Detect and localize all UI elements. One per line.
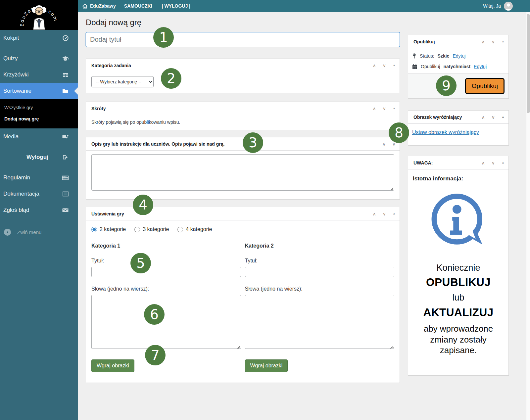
radio-4-kategorie-input[interactable]	[177, 227, 183, 232]
radio-4-kategorie[interactable]: 4 kategorie	[177, 226, 212, 232]
edit-schedule-link[interactable]: Edytuj	[474, 64, 487, 69]
game-title-input[interactable]	[86, 32, 400, 47]
home-icon[interactable]	[82, 3, 88, 9]
sidebar-item-label: Quizy	[3, 55, 18, 62]
upload-images-button-2[interactable]: Wgraj obrazki	[245, 359, 288, 372]
sidebar-item-regulamin[interactable]: Regulamin	[0, 169, 78, 186]
step-badge-2: 2	[161, 68, 181, 89]
upload-images-button-1[interactable]: Wgraj obrazki	[91, 359, 134, 372]
category-1-title-input[interactable]	[91, 267, 241, 277]
move-down-button[interactable]: ∨	[383, 63, 386, 68]
scrollbar-track[interactable]	[526, 12, 530, 420]
status-label: Status:	[420, 53, 434, 59]
move-up-button[interactable]: ∧	[373, 211, 376, 216]
step-badge-9: 9	[436, 75, 457, 96]
sidebar-item-kokpit[interactable]: Kokpit	[0, 30, 78, 46]
move-up-button[interactable]: ∧	[482, 115, 485, 119]
collapse-menu-button[interactable]: Zwiń menu	[0, 224, 78, 240]
move-up-button[interactable]: ∧	[482, 39, 485, 44]
topbar-brand-link[interactable]: EduZabawy	[90, 3, 116, 9]
panel-kategoria-zadania: Kategoria zadania ∧ ∨ ▲ -- Wybierz kateg…	[86, 59, 400, 93]
keyboard-icon	[62, 174, 69, 181]
move-up-button[interactable]: ∧	[382, 142, 386, 146]
sidebar-item-dokumentacja[interactable]: Dokumentacja	[0, 186, 78, 202]
schedule-label: Opublikuj	[421, 64, 440, 69]
panel-header: Skróty ∧ ∨ ▲	[86, 102, 400, 115]
toggle-panel-button[interactable]: ▲	[393, 107, 396, 110]
toggle-panel-button[interactable]: ▲	[502, 40, 505, 43]
panel-title: Skróty	[91, 106, 106, 111]
dashboard-icon	[62, 35, 69, 41]
move-down-button[interactable]: ∨	[383, 211, 386, 216]
schedule-value: natychmiast	[443, 64, 470, 69]
eduzabawy-logo[interactable]: EduZabawy.com	[0, 0, 78, 30]
panel-ustawienia-gry: Ustawienia gry ∧ ∨ ▲ 2 kategorie 3 kateg…	[86, 207, 400, 383]
category-select[interactable]: -- Wybierz kategorię --	[91, 76, 154, 87]
panel-opis-gry: Opis gry lub instrukcje dla uczniów. Opi…	[86, 137, 400, 200]
panel-title: UWAGA:	[413, 160, 433, 165]
toggle-panel-button[interactable]: ▲	[502, 161, 505, 164]
publish-panel-footer: Opublikuj	[408, 73, 508, 98]
topbar-greeting[interactable]: Witaj, Ja	[483, 3, 501, 9]
game-description-textarea[interactable]	[91, 154, 394, 191]
folder-icon	[62, 88, 69, 94]
sidebar-item-sortowanie[interactable]: Sortowanie	[0, 83, 78, 99]
submenu-item-dodaj-nowa-gre[interactable]: Dodaj nową grę	[0, 113, 78, 124]
edit-status-link[interactable]: Edytuj	[453, 53, 465, 59]
sidebar-item-krzyzowki[interactable]: Krzyżówki	[0, 67, 78, 83]
collapse-arrow-icon	[4, 229, 11, 236]
panel-header: Obrazek wyróżniający ∧ ∨ ▲	[408, 111, 508, 124]
move-up-button[interactable]: ∧	[373, 106, 376, 111]
toggle-panel-button[interactable]: ▲	[393, 212, 396, 215]
sortowanie-submenu: Wszystkie gry Dodaj nową grę	[0, 99, 78, 128]
panel-header: Ustawienia gry ∧ ∨ ▲	[86, 207, 400, 220]
sidebar-item-quizy[interactable]: Quizy	[0, 50, 78, 67]
category-1-words-textarea[interactable]	[91, 295, 241, 349]
publish-button[interactable]: Opublikuj	[465, 78, 505, 94]
radio-2-kategorie-input[interactable]	[91, 227, 97, 232]
admin-top-bar: EduZabawy SAMOUCZKI | WYLOGUJ | Witaj, J…	[78, 0, 530, 12]
radio-3-kategorie[interactable]: 3 kategorie	[134, 226, 169, 232]
category-2-words-textarea[interactable]	[245, 295, 395, 349]
envelope-icon	[62, 207, 69, 213]
step-badge-5: 5	[130, 253, 151, 273]
step-badge-8: 8	[389, 122, 409, 143]
toggle-panel-button[interactable]: ▲	[502, 116, 505, 118]
step-badge-7: 7	[145, 345, 166, 365]
category-heading: Kategoria 2	[245, 243, 395, 249]
move-down-button[interactable]: ∨	[492, 161, 495, 165]
uwaga-line-opublikuj: OPUBLIKUJ	[413, 276, 504, 289]
media-icon	[62, 133, 69, 140]
sidebar-item-label: Kokpit	[3, 35, 19, 41]
step-badge-1: 1	[153, 27, 174, 48]
category-2-title-input[interactable]	[245, 267, 395, 277]
topbar-samouczki-link[interactable]: SAMOUCZKI	[124, 3, 152, 9]
radio-3-kategorie-input[interactable]	[134, 227, 140, 232]
move-down-button[interactable]: ∨	[492, 115, 495, 119]
sidebar-item-zglos-blad[interactable]: Zgłoś błąd	[0, 202, 78, 218]
sidebar-item-media[interactable]: Media	[0, 128, 78, 145]
set-featured-image-link[interactable]: Ustaw obrazek wyróżniający	[412, 129, 479, 135]
sidebar-item-wyloguj[interactable]: Wyloguj	[0, 149, 78, 165]
uwaga-heading: Istotna informacja:	[413, 175, 504, 182]
step-badge-3: 3	[243, 132, 263, 153]
sidebar-item-label: Wyloguj	[26, 154, 48, 161]
panel-skroty: Skróty ∧ ∨ ▲ Skróty pojawią się po opubl…	[86, 102, 400, 130]
toggle-panel-button[interactable]: ▲	[393, 64, 396, 67]
move-down-button[interactable]: ∨	[383, 106, 386, 111]
move-down-button[interactable]: ∨	[492, 39, 495, 44]
move-up-button[interactable]: ∧	[482, 161, 485, 165]
avatar[interactable]	[504, 2, 513, 11]
category-1-column: Kategoria 1 Tytuł: Słowa (jedno na wiers…	[91, 243, 241, 372]
radio-2-kategorie[interactable]: 2 kategorie	[91, 226, 126, 232]
sidebar-item-label: Regulamin	[3, 174, 30, 181]
topbar-wyloguj-link[interactable]: | WYLOGUJ |	[162, 3, 190, 9]
submenu-item-wszystkie-gry[interactable]: Wszystkie gry	[0, 102, 78, 113]
table-icon	[62, 71, 69, 78]
panel-title: Kategoria zadania	[91, 63, 131, 68]
move-up-button[interactable]: ∧	[373, 63, 376, 68]
scrollbar-thumb[interactable]	[527, 14, 530, 113]
active-menu-notch	[74, 87, 78, 95]
panel-obrazek-wyrozniajacy: Obrazek wyróżniający ∧ ∨ ▲ Ustaw obrazek…	[408, 110, 509, 146]
panel-opublikuj: Opublikuj ∧ ∨ ▲ Status: Szkic Edytuj	[408, 35, 509, 99]
